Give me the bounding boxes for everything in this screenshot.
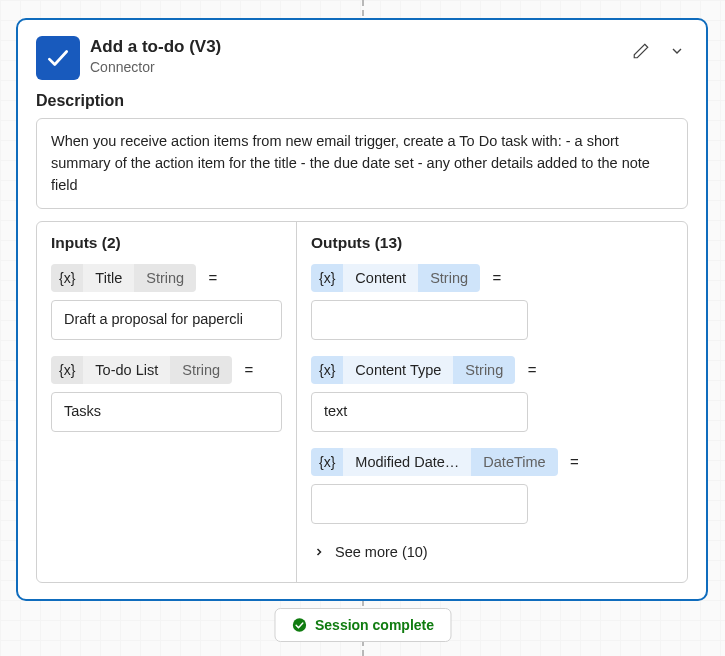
variable-icon: {x}: [51, 356, 83, 384]
card-title: Add a to-do (V3): [90, 36, 620, 58]
check-circle-icon: [291, 617, 307, 633]
param-type: String: [134, 264, 196, 292]
session-status-label: Session complete: [315, 617, 434, 633]
output-param[interactable]: {x} Content Type String: [311, 356, 515, 384]
description-box: When you receive action items from new e…: [36, 118, 688, 209]
equals-sign: =: [562, 453, 587, 470]
param-name: Title: [83, 264, 134, 292]
input-param[interactable]: {x} Title String: [51, 264, 196, 292]
output-param[interactable]: {x} Modified Date… DateTime: [311, 448, 558, 476]
action-card: Add a to-do (V3) Connector Description W…: [16, 18, 708, 601]
edit-button[interactable]: [630, 40, 652, 62]
variable-icon: {x}: [51, 264, 83, 292]
param-type: DateTime: [471, 448, 557, 476]
inputs-column: Inputs (2) {x} Title String = Draft a pr…: [37, 222, 297, 582]
header-text: Add a to-do (V3) Connector: [90, 36, 620, 76]
equals-sign: =: [520, 361, 545, 378]
io-container: Inputs (2) {x} Title String = Draft a pr…: [36, 221, 688, 583]
outputs-header: Outputs (13): [311, 234, 673, 252]
equals-sign: =: [201, 269, 226, 286]
output-value[interactable]: text: [311, 392, 528, 432]
input-value[interactable]: Draft a proposal for papercli: [51, 300, 282, 340]
param-name: Content: [343, 264, 418, 292]
param-name: Content Type: [343, 356, 453, 384]
pencil-icon: [632, 42, 650, 60]
svg-point-0: [292, 618, 305, 631]
card-subtitle: Connector: [90, 58, 620, 76]
collapse-button[interactable]: [666, 40, 688, 62]
param-type: String: [453, 356, 515, 384]
inputs-header: Inputs (2): [51, 234, 282, 252]
output-value[interactable]: [311, 484, 528, 524]
card-header: Add a to-do (V3) Connector: [36, 36, 688, 80]
param-name: Modified Date…: [343, 448, 471, 476]
header-actions: [630, 36, 688, 62]
chevron-down-icon: [669, 43, 685, 59]
equals-sign: =: [485, 269, 510, 286]
param-type: String: [418, 264, 480, 292]
chevron-right-icon: [313, 546, 325, 558]
variable-icon: {x}: [311, 264, 343, 292]
todo-app-icon: [36, 36, 80, 80]
description-label: Description: [36, 92, 688, 110]
outputs-column: Outputs (13) {x} Content String = {x} Co…: [297, 222, 687, 582]
input-param[interactable]: {x} To-do List String: [51, 356, 232, 384]
param-type: String: [170, 356, 232, 384]
session-status-badge: Session complete: [274, 608, 451, 642]
equals-sign: =: [237, 361, 262, 378]
input-value[interactable]: Tasks: [51, 392, 282, 432]
output-param[interactable]: {x} Content String: [311, 264, 480, 292]
variable-icon: {x}: [311, 448, 343, 476]
param-name: To-do List: [83, 356, 170, 384]
see-more-label: See more (10): [335, 544, 428, 560]
output-value[interactable]: [311, 300, 528, 340]
variable-icon: {x}: [311, 356, 343, 384]
see-more-button[interactable]: See more (10): [311, 540, 673, 564]
